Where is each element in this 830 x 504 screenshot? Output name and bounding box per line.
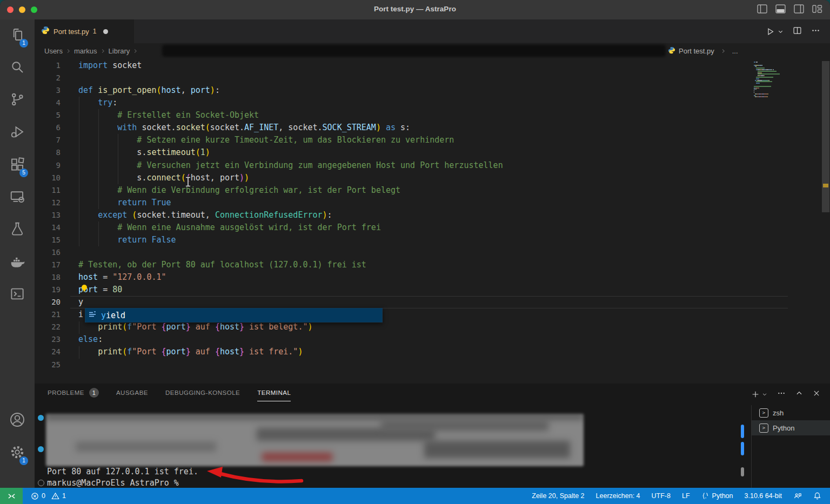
code-editor[interactable]: 1234567891011121314151617181920212223242… — [35, 58, 830, 384]
maximize-panel-button[interactable] — [795, 389, 803, 399]
settings-button[interactable]: 1 — [0, 437, 35, 469]
python-file-icon — [668, 46, 675, 56]
code-line-19: port = 80 — [78, 284, 830, 296]
notifications-bell-icon[interactable] — [813, 492, 821, 500]
indent-guide — [118, 134, 118, 184]
code-line-5: # Erstellet ein Socket-Objekt — [78, 109, 830, 122]
sidebar-item-remote-explorer[interactable] — [0, 182, 35, 214]
encoding-status[interactable]: UTF-8 — [652, 492, 671, 500]
python-version-status[interactable]: 3.10.6 64-bit — [745, 492, 782, 500]
code-line-17: # Testen, ob der Port 80 auf localhost (… — [78, 259, 830, 271]
code-line-22: print(f"Port {port} auf {host} ist beleg… — [78, 321, 830, 333]
problems-status[interactable]: 0 1 — [31, 492, 66, 500]
cursor-position-status[interactable]: Zeile 20, Spalte 2 — [532, 492, 584, 500]
code-line-3: def is_port_open(host, port): — [78, 84, 830, 97]
panel-tab-terminal[interactable]: TERMINAL — [257, 389, 291, 401]
toggle-sidebar-icon[interactable] — [757, 4, 767, 14]
sidebar-item-search[interactable] — [0, 52, 35, 84]
breadcrumb-symbol-more[interactable]: ... — [732, 47, 738, 55]
status-bar: 0 1 Zeile 20, Spalte 2 Leerzeichen: 4 UT… — [0, 488, 830, 504]
terminal-item-python[interactable]: > Python — [752, 420, 830, 435]
line-number: 9 — [35, 159, 61, 172]
account-icon — [9, 411, 26, 431]
accounts-button[interactable] — [0, 405, 35, 437]
blurred-path-region — [162, 45, 666, 57]
extensions-badge: 5 — [19, 169, 28, 177]
settings-badge: 1 — [19, 456, 28, 465]
tab-port-test-py[interactable]: Port test.py 1 — [35, 19, 134, 43]
toggle-panel-icon[interactable] — [775, 4, 786, 14]
terminal-icon: > — [759, 408, 768, 418]
sidebar-item-explorer[interactable]: 1 — [0, 19, 35, 52]
line-number: 15 — [35, 234, 61, 246]
lightbulb-icon[interactable] — [80, 284, 89, 294]
tab-problem-count: 1 — [93, 28, 97, 35]
terminal-box-icon — [9, 286, 25, 304]
customize-layout-icon[interactable] — [812, 4, 822, 14]
chevron-right-icon — [101, 49, 105, 53]
line-number: 19 — [35, 284, 61, 296]
panel-tab-probleme[interactable]: PROBLEME 1 — [48, 388, 99, 402]
tab-label: Port test.py — [53, 28, 89, 36]
terminal-icon: > — [759, 424, 768, 433]
line-number: 8 — [35, 146, 61, 159]
line-number: 4 — [35, 97, 61, 109]
breadcrumb-markus[interactable]: markus — [74, 47, 97, 55]
sidebar-item-source-control[interactable] — [0, 84, 35, 117]
modified-dot-icon[interactable] — [103, 29, 108, 34]
command-decoration-dot[interactable] — [38, 415, 44, 421]
indent-guide — [79, 97, 79, 246]
panel-more-actions-button[interactable] — [777, 389, 786, 400]
terminal-scroll-marker — [741, 467, 744, 476]
line-number: 25 — [35, 359, 61, 371]
suggest-widget[interactable]: yield — [85, 308, 383, 322]
panel-tab-debug-konsole[interactable]: DEBUGGING-KONSOLE — [165, 389, 240, 401]
tab-strip: Port test.py 1 — [35, 19, 830, 43]
overview-warning-marker — [823, 184, 828, 187]
line-number: 13 — [35, 209, 61, 221]
close-panel-button[interactable] — [813, 389, 820, 399]
split-editor-button[interactable] — [793, 26, 802, 37]
terminal-prompt-line[interactable]: markus@MacProEls AstraPro % — [47, 478, 179, 488]
line-number: 23 — [35, 333, 61, 346]
editor-scrollbar[interactable] — [822, 61, 829, 212]
remote-indicator[interactable] — [0, 488, 23, 504]
language-mode-status[interactable]: Python — [701, 492, 733, 500]
line-number: 20 — [35, 296, 61, 308]
sidebar-item-testing[interactable] — [0, 214, 35, 246]
terminal-item-zsh[interactable]: > zsh — [752, 405, 830, 420]
command-decoration-dot[interactable] — [38, 446, 44, 452]
sidebar-item-docker[interactable] — [0, 246, 35, 279]
run-debug-icon — [9, 124, 25, 142]
chevron-down-icon — [762, 392, 767, 397]
sidebar-item-run-debug[interactable] — [0, 117, 35, 149]
new-terminal-button[interactable] — [751, 390, 767, 399]
chevron-right-icon — [133, 49, 138, 53]
prompt-decoration-circle — [38, 480, 44, 486]
run-python-button[interactable] — [766, 27, 784, 36]
indentation-status[interactable]: Leerzeichen: 4 — [596, 492, 640, 500]
breadcrumb-users[interactable]: Users — [44, 47, 63, 55]
warning-icon — [51, 492, 59, 500]
line-number: 6 — [35, 122, 61, 134]
panel-tab-ausgabe[interactable]: AUSGABE — [116, 389, 148, 401]
breadcrumb-file[interactable]: Port test.py — [679, 47, 714, 55]
suggestion-yield[interactable]: yield — [101, 311, 125, 320]
indent-guide — [79, 346, 79, 359]
search-icon — [9, 59, 25, 77]
remote-explorer-icon — [9, 189, 25, 207]
feedback-icon[interactable] — [793, 492, 802, 500]
line-number: 11 — [35, 184, 61, 197]
minimap[interactable] — [754, 62, 810, 99]
plus-icon — [751, 390, 760, 399]
toggle-secondary-sidebar-icon[interactable] — [794, 4, 804, 14]
bottom-panel: PROBLEME 1 AUSGABE DEBUGGING-KONSOLE TER… — [35, 384, 830, 488]
line-number: 24 — [35, 346, 61, 358]
eol-status[interactable]: LF — [682, 492, 690, 500]
more-actions-button[interactable] — [811, 26, 820, 37]
title-bar: Port test.py — AstraPro — [0, 0, 830, 19]
sidebar-item-terminal[interactable] — [0, 279, 35, 311]
sidebar-item-extensions[interactable]: 5 — [0, 149, 35, 182]
breadcrumb-library[interactable]: Library — [109, 47, 130, 55]
line-number: 17 — [35, 259, 61, 271]
